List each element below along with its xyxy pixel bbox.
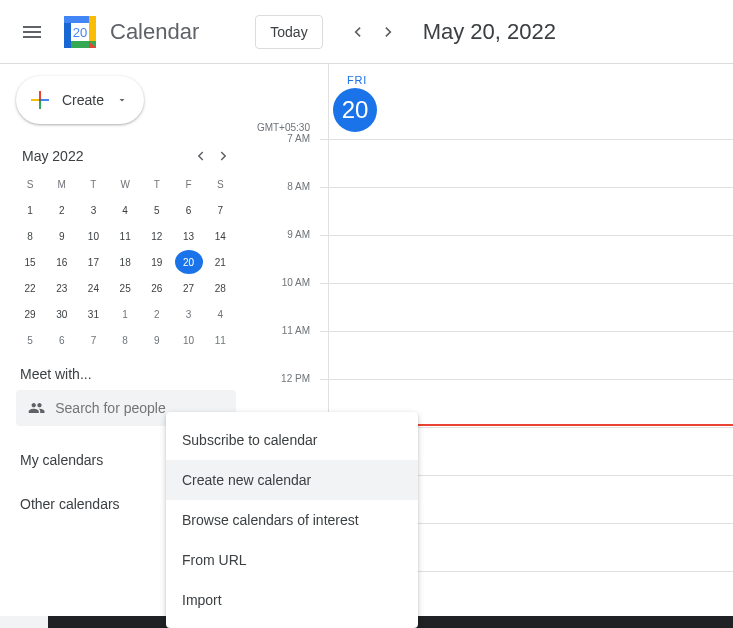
minical-dow: S bbox=[206, 172, 234, 196]
minical-day[interactable]: 25 bbox=[111, 276, 139, 300]
hour-label: 8 AM bbox=[248, 181, 310, 192]
minical-day[interactable]: 31 bbox=[79, 302, 107, 326]
minical-day[interactable]: 4 bbox=[111, 198, 139, 222]
minical-grid: SMTWTFS123456789101112131415161718192021… bbox=[16, 172, 236, 352]
minical-day[interactable]: 23 bbox=[48, 276, 76, 300]
create-button[interactable]: Create bbox=[16, 76, 144, 124]
minical-day[interactable]: 1 bbox=[111, 302, 139, 326]
svg-rect-4 bbox=[41, 99, 49, 101]
hour-line bbox=[320, 283, 733, 284]
minical-day[interactable]: 7 bbox=[206, 198, 234, 222]
minical-dow: W bbox=[111, 172, 139, 196]
minical-day[interactable]: 29 bbox=[16, 302, 44, 326]
meet-with-label: Meet with... bbox=[20, 366, 236, 382]
chevron-right-icon bbox=[215, 147, 233, 165]
today-button[interactable]: Today bbox=[255, 15, 322, 49]
next-day-button[interactable] bbox=[373, 16, 405, 48]
prev-day-button[interactable] bbox=[341, 16, 373, 48]
day-number[interactable]: 20 bbox=[333, 88, 377, 132]
add-calendar-menu: Subscribe to calendarCreate new calendar… bbox=[166, 412, 418, 628]
minical-day[interactable]: 17 bbox=[79, 250, 107, 274]
minical-day[interactable]: 5 bbox=[16, 328, 44, 352]
minical-day[interactable]: 26 bbox=[143, 276, 171, 300]
svg-rect-7 bbox=[39, 99, 41, 101]
app-name: Calendar bbox=[110, 19, 199, 45]
minical-day[interactable]: 8 bbox=[111, 328, 139, 352]
hour-row[interactable]: 8 AM bbox=[248, 187, 733, 235]
minical-day[interactable]: 24 bbox=[79, 276, 107, 300]
minical-day[interactable]: 5 bbox=[143, 198, 171, 222]
minical-day[interactable]: 28 bbox=[206, 276, 234, 300]
minical-prev-button[interactable] bbox=[188, 144, 212, 168]
hour-label: 7 AM bbox=[248, 133, 310, 144]
menu-item[interactable]: From URL bbox=[166, 540, 418, 580]
menu-item[interactable]: Import bbox=[166, 580, 418, 620]
minical-dow: T bbox=[143, 172, 171, 196]
hour-label: 11 AM bbox=[248, 325, 310, 336]
hour-label: 12 PM bbox=[248, 373, 310, 384]
hour-row[interactable]: 11 AM bbox=[248, 331, 733, 379]
minical-day[interactable]: 11 bbox=[111, 224, 139, 248]
minical-day[interactable]: 9 bbox=[48, 224, 76, 248]
minical-day[interactable]: 2 bbox=[48, 198, 76, 222]
minical-day[interactable]: 11 bbox=[206, 328, 234, 352]
hour-line bbox=[320, 379, 733, 380]
minical-day[interactable]: 22 bbox=[16, 276, 44, 300]
minical-day[interactable]: 6 bbox=[48, 328, 76, 352]
header-date[interactable]: May 20, 2022 bbox=[423, 19, 556, 45]
minical-day[interactable]: 8 bbox=[16, 224, 44, 248]
minical-day[interactable]: 3 bbox=[79, 198, 107, 222]
svg-rect-6 bbox=[31, 99, 39, 101]
minical-day[interactable]: 21 bbox=[206, 250, 234, 274]
minical-day[interactable]: 9 bbox=[143, 328, 171, 352]
hour-row[interactable]: 10 AM bbox=[248, 283, 733, 331]
minical-day[interactable]: 13 bbox=[175, 224, 203, 248]
minical-dow: S bbox=[16, 172, 44, 196]
minical-nav bbox=[188, 144, 236, 168]
hour-line bbox=[320, 235, 733, 236]
plus-icon bbox=[28, 88, 52, 112]
main-menu-button[interactable] bbox=[8, 8, 56, 56]
minical-day[interactable]: 4 bbox=[206, 302, 234, 326]
minical-dow: M bbox=[48, 172, 76, 196]
minical-dow: F bbox=[175, 172, 203, 196]
chevron-right-icon bbox=[379, 22, 399, 42]
minical-day[interactable]: 30 bbox=[48, 302, 76, 326]
minical-day[interactable]: 6 bbox=[175, 198, 203, 222]
chevron-down-icon bbox=[116, 94, 128, 106]
minical-day[interactable]: 3 bbox=[175, 302, 203, 326]
other-calendars-label: Other calendars bbox=[20, 496, 120, 512]
minical-day[interactable]: 12 bbox=[143, 224, 171, 248]
menu-item[interactable]: Browse calendars of interest bbox=[166, 500, 418, 540]
minical-month[interactable]: May 2022 bbox=[16, 148, 83, 164]
people-icon bbox=[28, 398, 45, 418]
minical-day[interactable]: 16 bbox=[48, 250, 76, 274]
minical-day[interactable]: 19 bbox=[143, 250, 171, 274]
app-logo[interactable]: 20 Calendar bbox=[60, 12, 199, 52]
minical-day[interactable]: 10 bbox=[79, 224, 107, 248]
day-column-header[interactable]: FRI 20 bbox=[333, 74, 733, 132]
minical-next-button[interactable] bbox=[212, 144, 236, 168]
minical-header: May 2022 bbox=[16, 144, 236, 168]
minical-day[interactable]: 2 bbox=[143, 302, 171, 326]
create-label: Create bbox=[62, 92, 104, 108]
minical-day[interactable]: 15 bbox=[16, 250, 44, 274]
minical-day[interactable]: 18 bbox=[111, 250, 139, 274]
hamburger-icon bbox=[20, 20, 44, 44]
menu-item[interactable]: Create new calendar bbox=[166, 460, 418, 500]
calendar-logo-icon: 20 bbox=[60, 12, 100, 52]
minical-day[interactable]: 1 bbox=[16, 198, 44, 222]
minical-day[interactable]: 7 bbox=[79, 328, 107, 352]
minical-day[interactable]: 10 bbox=[175, 328, 203, 352]
day-of-week: FRI bbox=[347, 74, 367, 86]
date-nav bbox=[341, 16, 405, 48]
hour-row[interactable]: 9 AM bbox=[248, 235, 733, 283]
hour-line bbox=[320, 187, 733, 188]
menu-item[interactable]: Subscribe to calendar bbox=[166, 420, 418, 460]
minical-day[interactable]: 14 bbox=[206, 224, 234, 248]
my-calendars-label: My calendars bbox=[20, 452, 103, 468]
minical-day[interactable]: 27 bbox=[175, 276, 203, 300]
svg-text:20: 20 bbox=[73, 25, 87, 40]
hour-row[interactable]: 7 AM bbox=[248, 139, 733, 187]
minical-day[interactable]: 20 bbox=[175, 250, 203, 274]
